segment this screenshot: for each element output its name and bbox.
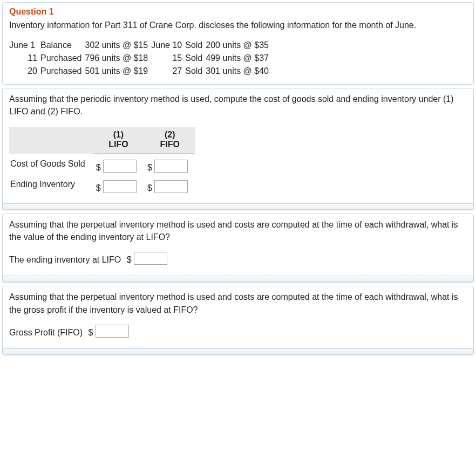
- right-qty: 200 units @ $35: [206, 39, 272, 52]
- right-qty: 301 units @ $40: [206, 65, 272, 78]
- question-heading: Question 1: [9, 7, 467, 17]
- cogs-label: Cost of Goods Sold: [9, 154, 93, 174]
- left-action: Balance: [40, 39, 85, 52]
- part-c-prompt: Assuming that the perpetual inventory me…: [9, 291, 467, 315]
- ending-inv-lifo-input[interactable]: [103, 180, 137, 193]
- card-footer-bar: [3, 203, 473, 210]
- part-b-prompt: Assuming that the perpetual inventory me…: [9, 218, 467, 243]
- left-date: 20: [9, 65, 40, 78]
- blank-header: [9, 127, 93, 154]
- left-date: June 1: [9, 39, 40, 52]
- left-date: 11: [9, 52, 40, 65]
- table-row: June 1 Balance 302 units @ $15 June 10 S…: [9, 39, 272, 52]
- right-action: Sold: [185, 65, 206, 78]
- inventory-table: June 1 Balance 302 units @ $15 June 10 S…: [9, 39, 272, 78]
- currency-symbol: $: [88, 328, 93, 337]
- left-qty: 796 units @ $18: [85, 52, 152, 65]
- part-a-card: Assuming that the periodic inventory met…: [2, 88, 474, 210]
- part-c-card: Assuming that the perpetual inventory me…: [2, 286, 474, 355]
- part-b-card: Assuming that the perpetual inventory me…: [2, 214, 474, 283]
- left-action: Purchased: [40, 65, 85, 78]
- gross-profit-fifo-input[interactable]: [96, 325, 129, 338]
- ending-inv-label: Ending Inventory: [9, 174, 93, 195]
- table-row: 11 Purchased 796 units @ $18 15 Sold 499…: [9, 52, 272, 65]
- question-intro: Inventory information for Part 311 of Cr…: [9, 19, 467, 31]
- currency-symbol: $: [127, 255, 132, 264]
- col1-header: (1) LIFO: [93, 127, 144, 154]
- left-qty: 501 units @ $19: [85, 65, 152, 78]
- right-date: 27: [151, 65, 185, 78]
- left-qty: 302 units @ $15: [85, 39, 152, 52]
- part-b-label: The ending inventory at LIFO: [9, 255, 121, 264]
- card-footer-bar: [3, 348, 473, 355]
- cogs-lifo-input[interactable]: [103, 160, 137, 173]
- right-date: 15: [151, 52, 185, 65]
- right-action: Sold: [185, 52, 206, 65]
- currency-symbol: $: [147, 183, 152, 193]
- ending-inv-fifo-input[interactable]: [154, 180, 188, 193]
- table-row: 20 Purchased 501 units @ $19 27 Sold 301…: [9, 65, 272, 78]
- currency-symbol: $: [96, 163, 101, 172]
- cogs-fifo-input[interactable]: [154, 160, 188, 173]
- answer-table: (1) LIFO (2) FIFO Cost of Goods Sold $ $: [9, 127, 195, 195]
- currency-symbol: $: [147, 163, 152, 172]
- right-date: June 10: [151, 39, 185, 52]
- part-a-prompt: Assuming that the periodic inventory met…: [9, 93, 467, 118]
- right-qty: 499 units @ $37: [206, 52, 272, 65]
- part-c-label: Gross Profit (FIFO): [9, 328, 83, 337]
- left-action: Purchased: [40, 52, 85, 65]
- col2-header: (2) FIFO: [144, 127, 195, 154]
- ending-inv-perpetual-lifo-input[interactable]: [134, 252, 167, 265]
- right-action: Sold: [185, 39, 206, 52]
- currency-symbol: $: [96, 183, 101, 193]
- card-footer-bar: [3, 276, 473, 282]
- question-card: Question 1 Inventory information for Par…: [2, 2, 474, 85]
